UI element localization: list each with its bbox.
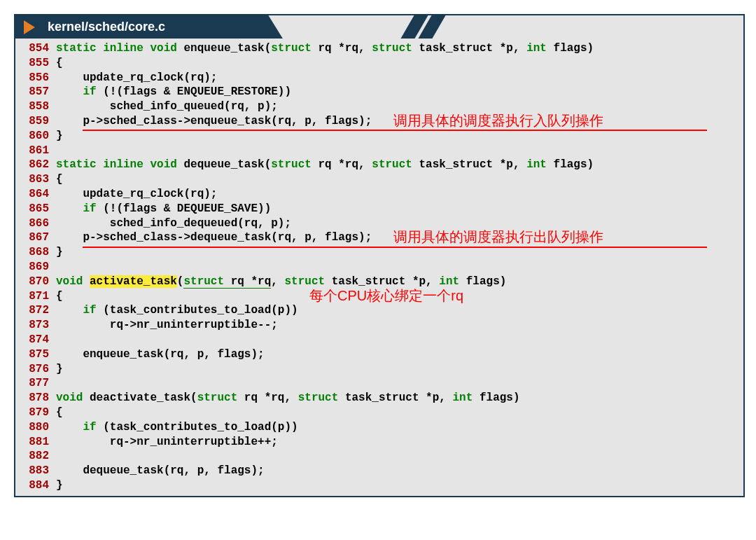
line-number: 877 <box>15 376 56 391</box>
line-number: 854 <box>15 41 56 56</box>
line-number: 868 <box>15 245 56 260</box>
code-line: 874 <box>15 333 738 347</box>
code-content: sched_info_queued(rq, p); <box>56 99 738 114</box>
code-content: p->sched_class->dequeue_task(rq, p, flag… <box>56 230 738 245</box>
code-content: void deactivate_task(struct rq *rq, stru… <box>56 391 738 406</box>
code-content: if (!(flags & DEQUEUE_SAVE)) <box>56 202 738 216</box>
code-line: 865 if (!(flags & DEQUEUE_SAVE)) <box>15 202 738 216</box>
code-content <box>56 449 738 464</box>
code-line: 863{ <box>15 172 738 187</box>
code-line: 872 if (task_contributes_to_load(p)) <box>15 303 738 318</box>
code-content: if (!(flags & ENQUEUE_RESTORE)) <box>56 85 738 99</box>
line-number: 876 <box>15 362 56 377</box>
line-number: 866 <box>15 216 56 231</box>
code-window: kernel/sched/core.c 调用具体的调度器执行入队列操作 调用具体… <box>14 14 745 497</box>
code-line: 884} <box>15 478 738 493</box>
code-content: { <box>56 406 738 420</box>
line-number: 878 <box>15 391 56 406</box>
code-line: 855{ <box>15 56 738 71</box>
code-line: 880 if (task_contributes_to_load(p)) <box>15 420 738 435</box>
code-line: 878void deactivate_task(struct rq *rq, s… <box>15 391 738 406</box>
code-content <box>56 144 738 158</box>
line-number: 881 <box>15 435 56 450</box>
line-number: 864 <box>15 187 56 202</box>
play-icon <box>24 20 35 34</box>
line-number: 857 <box>15 85 56 99</box>
code-line: 877 <box>15 376 738 391</box>
line-number: 884 <box>15 478 56 493</box>
titlebar-wrap: kernel/sched/core.c <box>15 15 743 39</box>
code-content: static inline void enqueue_task(struct r… <box>56 41 738 56</box>
file-path: kernel/sched/core.c <box>48 20 165 34</box>
code-line: 869 <box>15 260 738 275</box>
code-content: void activate_task(struct rq *rq, struct… <box>56 275 738 289</box>
line-number: 856 <box>15 71 56 85</box>
line-number: 875 <box>15 347 56 362</box>
code-line: 866 sched_info_dequeued(rq, p); <box>15 216 738 231</box>
titlebar: kernel/sched/core.c <box>15 15 493 39</box>
code-line: 859 p->sched_class->enqueue_task(rq, p, … <box>15 114 738 129</box>
code-content: rq->nr_uninterruptible--; <box>56 318 738 333</box>
code-content: p->sched_class->enqueue_task(rq, p, flag… <box>56 114 738 129</box>
code-content: dequeue_task(rq, p, flags); <box>56 464 738 478</box>
code-content: { <box>56 172 738 187</box>
line-number: 883 <box>15 464 56 478</box>
code-line: 883 dequeue_task(rq, p, flags); <box>15 464 738 478</box>
code-line: 882 <box>15 449 738 464</box>
code-line: 871{ <box>15 289 738 304</box>
code-line: 875 enqueue_task(rq, p, flags); <box>15 347 738 362</box>
code-area: 调用具体的调度器执行入队列操作 调用具体的调度器执行出队列操作 每个CPU核心绑… <box>15 39 743 496</box>
code-content: update_rq_clock(rq); <box>56 71 738 85</box>
line-number: 879 <box>15 406 56 420</box>
code-content: { <box>56 289 738 304</box>
code-line: 854static inline void enqueue_task(struc… <box>15 41 738 56</box>
line-number: 869 <box>15 260 56 275</box>
line-number: 861 <box>15 144 56 158</box>
code-content: { <box>56 56 738 71</box>
code-content <box>56 376 738 391</box>
code-line: 867 p->sched_class->dequeue_task(rq, p, … <box>15 230 738 245</box>
code-content: } <box>56 245 738 260</box>
code-content: } <box>56 129 738 144</box>
code-content: sched_info_dequeued(rq, p); <box>56 216 738 231</box>
code-line: 857 if (!(flags & ENQUEUE_RESTORE)) <box>15 85 738 99</box>
line-number: 860 <box>15 129 56 144</box>
line-number: 867 <box>15 230 56 245</box>
code-line: 873 rq->nr_uninterruptible--; <box>15 318 738 333</box>
code-line: 858 sched_info_queued(rq, p); <box>15 99 738 114</box>
line-number: 882 <box>15 449 56 464</box>
line-number: 865 <box>15 202 56 216</box>
line-number: 871 <box>15 289 56 304</box>
code-line: 870void activate_task(struct rq *rq, str… <box>15 275 738 289</box>
line-number: 870 <box>15 275 56 289</box>
line-number: 880 <box>15 420 56 435</box>
code-line: 868} <box>15 245 738 260</box>
line-number: 862 <box>15 158 56 172</box>
line-number: 872 <box>15 303 56 318</box>
code-content: if (task_contributes_to_load(p)) <box>56 420 738 435</box>
code-line: 876} <box>15 362 738 377</box>
code-line: 856 update_rq_clock(rq); <box>15 71 738 85</box>
line-number: 863 <box>15 172 56 187</box>
line-number: 859 <box>15 114 56 129</box>
code-line: 864 update_rq_clock(rq); <box>15 187 738 202</box>
code-line: 860} <box>15 129 738 144</box>
code-content: enqueue_task(rq, p, flags); <box>56 347 738 362</box>
code-content: rq->nr_uninterruptible++; <box>56 435 738 450</box>
line-number: 874 <box>15 333 56 347</box>
code-line: 881 rq->nr_uninterruptible++; <box>15 435 738 450</box>
code-content <box>56 333 738 347</box>
line-number: 873 <box>15 318 56 333</box>
code-line: 861 <box>15 144 738 158</box>
code-line: 879{ <box>15 406 738 420</box>
line-number: 858 <box>15 99 56 114</box>
line-number: 855 <box>15 56 56 71</box>
code-content: if (task_contributes_to_load(p)) <box>56 303 738 318</box>
code-content: static inline void dequeue_task(struct r… <box>56 158 738 172</box>
code-content <box>56 260 738 275</box>
code-content: } <box>56 478 738 493</box>
code-line: 862static inline void dequeue_task(struc… <box>15 158 738 172</box>
code-content: update_rq_clock(rq); <box>56 187 738 202</box>
code-content: } <box>56 362 738 377</box>
